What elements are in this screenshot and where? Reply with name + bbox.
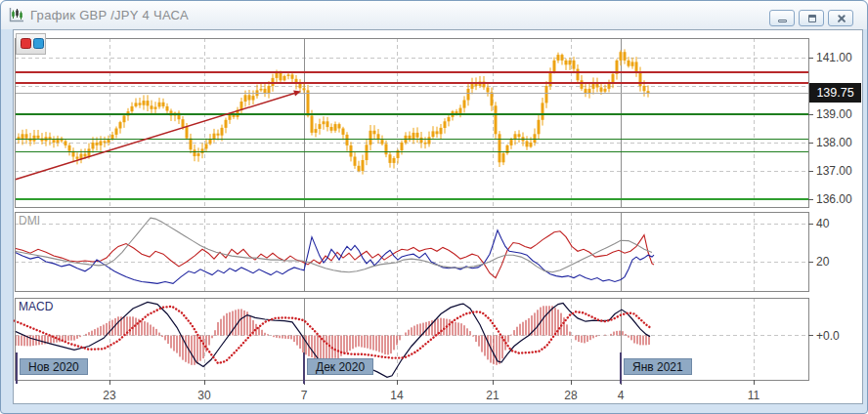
chart-toolbar (16, 33, 46, 55)
buy-marker-button[interactable] (33, 38, 44, 49)
sell-marker-button[interactable] (21, 38, 31, 49)
candlestick-series (18, 49, 650, 174)
dmi-line-adx (15, 218, 652, 272)
chart-window: График GBP /JPY 4 ЧАСА 141.00139.00138.0… (0, 0, 868, 414)
month-badge-jan-2021: Янв 2021 (624, 358, 692, 375)
month-badge-nov-2020: Нов 2020 (20, 358, 88, 375)
price-panel-border (15, 38, 808, 207)
current-price-box: 139.75 (809, 83, 861, 103)
chart-canvas[interactable] (1, 1, 868, 414)
dmi-panel-label: DMI (19, 214, 40, 228)
macd-panel-label: MACD (19, 300, 53, 313)
month-badge-dec-2020: Дек 2020 (307, 358, 373, 375)
